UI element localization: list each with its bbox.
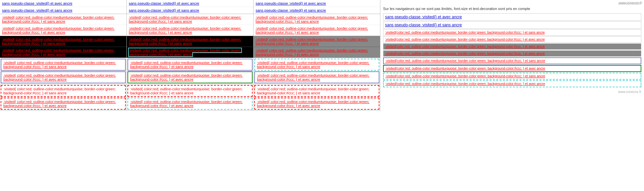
- col2-row3: :visited{ color:red; outline-color:mediu…: [127, 36, 253, 58]
- col3-row2-link-bottom[interactable]: :visited{ color:red; outline-color:mediu…: [256, 26, 368, 34]
- col1-row1-link-top[interactable]: sans pseudo-classe :visited{} et avec an…: [2, 1, 72, 5]
- col3-row3: :visited{ color:red; outline-color:mediu…: [254, 36, 380, 58]
- col1-row5: :visited{ color:red; outline-color:mediu…: [0, 85, 126, 111]
- col3-row4: :visited{ color:red; outline-color:mediu…: [254, 59, 380, 84]
- sidebar-row1: sans pseudo-classe :visited{} et avec an…: [383, 13, 641, 21]
- sidebar-item6-link[interactable]: :visited{color:red; outline-color:medium…: [385, 67, 545, 70]
- col3-row5-link-bottom[interactable]: :visited{ color:red; outline-color:mediu…: [257, 100, 369, 108]
- col3-row4-link-bottom[interactable]: :visited{ color:red; outline-color:mediu…: [257, 73, 369, 81]
- col2-row4-text-top: :visited{ color:red; outline-color:mediu…: [130, 61, 243, 69]
- sidebar-item-5: :visited{color:red; outline-color:medium…: [383, 57, 641, 64]
- watermark-top-right: www.zonecss.fr: [383, 2, 641, 5]
- col1-row3-link-bottom[interactable]: :visited{ color:red; outline-color:mediu…: [2, 48, 114, 56]
- col2-row5-link-bottom[interactable]: :visited{ color:red; outline-color:mediu…: [130, 100, 243, 108]
- col2-row5: :visited{ color:red; outline-color:mediu…: [127, 85, 253, 111]
- sidebar-item2-link[interactable]: :visited{color:red; outline-color:medium…: [385, 38, 545, 41]
- col1-row4-text-top: :visited{ color:red; outline-color:mediu…: [3, 61, 116, 69]
- col2-row2: :visited{ color:red; outline-color:mediu…: [127, 14, 253, 36]
- col3-row3-link-bottom[interactable]: :visited{ color:red; outline-color:mediu…: [256, 48, 368, 56]
- col2-row4: :visited{ color:red; outline-color:mediu…: [127, 59, 253, 84]
- col3-row2-text-top: :visited{ color:red; outline-color:mediu…: [256, 15, 368, 23]
- column-3: sans pseudo-classe :visited{} et avec an…: [254, 0, 380, 111]
- col3-row1-text-bottom: sans pseudo-classe :visited{} et sans an…: [256, 8, 326, 12]
- watermark-top: www.zonecss.fr: [619, 1, 642, 5]
- col3-row4-text-top: :visited{ color:red; outline-color:mediu…: [257, 61, 369, 69]
- sidebar-row2: sans pseudo-classe :visited{} et sans an…: [383, 21, 641, 29]
- col2-row3-text-top: :visited{ color:red; outline-color:mediu…: [129, 37, 241, 45]
- col3-row1-link-top[interactable]: sans pseudo-classe :visited{} et avec an…: [256, 1, 326, 5]
- sidebar-item-3: :visited{color:red; outline-color:medium…: [383, 43, 641, 50]
- col2-row1: sans pseudo-classe :visited{} et avec an…: [127, 0, 253, 14]
- sidebar-link1[interactable]: sans pseudo-classe :visited{} et avec an…: [385, 15, 462, 19]
- column-2: sans pseudo-classe :visited{} et avec an…: [127, 0, 254, 111]
- sidebar-item-8: :visited{color:red; outline-color:medium…: [383, 80, 641, 87]
- col2-row1-link-top[interactable]: sans pseudo-classe :visited{} et avec an…: [129, 1, 199, 5]
- col1-row3: :visited{ color:red; outline-color:mediu…: [0, 36, 126, 58]
- col1-row3-text-top: :visited{ color:red; outline-color:mediu…: [2, 37, 114, 45]
- col3-row5: :visited{ color:red; outline-color:mediu…: [254, 85, 380, 111]
- sidebar-item1-text: :visited{color:red; outline-color:medium…: [385, 31, 545, 34]
- col1-row4: :visited{ color:red; outline-color:mediu…: [0, 59, 126, 84]
- sidebar-item8-link[interactable]: :visited{color:red; outline-color:medium…: [385, 82, 545, 86]
- col1-row4-link-bottom[interactable]: :visited{ color:red; outline-color:mediu…: [3, 73, 116, 81]
- col1-row1: sans pseudo-classe :visited{} et avec an…: [0, 0, 126, 14]
- col2-row3-link-bottom[interactable]: :visited{ color:red; outline-color:mediu…: [129, 48, 241, 56]
- col3-row1: sans pseudo-classe :visited{} et avec an…: [254, 0, 380, 14]
- col1-row5-link-bottom[interactable]: :visited{ color:red; outline-color:mediu…: [3, 100, 116, 108]
- col2-row5-text-top: :visited{ color:red; outline-color:mediu…: [130, 87, 243, 95]
- sidebar-item-4: :visited{color:red; outline-color:medium…: [383, 50, 641, 57]
- col1-row2-text-top: :visited{ color:red; outline-color:mediu…: [2, 15, 114, 23]
- col2-row2-link-bottom[interactable]: :visited{ color:red; outline-color:mediu…: [129, 26, 241, 34]
- sidebar-item-1: :visited{color:red; outline-color:medium…: [383, 29, 641, 36]
- col2-row1-text-bottom: sans pseudo-classe :visited{} et sans an…: [129, 8, 199, 12]
- sidebar-note: Sur les navigateurs qui ne sont pas limi…: [383, 7, 641, 11]
- col2-row2-text-top: :visited{ color:red; outline-color:mediu…: [129, 15, 241, 23]
- col3-row3-text-top: :visited{ color:red; outline-color:mediu…: [256, 37, 368, 45]
- main-columns: sans pseudo-classe :visited{} et avec an…: [0, 0, 380, 111]
- watermark-bottom: www.zonecss.fr: [383, 90, 641, 94]
- sidebar-item3-text: :visited{color:red; outline-color:medium…: [385, 45, 545, 48]
- sidebar-item-2: :visited{color:red; outline-color:medium…: [383, 36, 641, 43]
- sidebar-item-7: :visited{color:red; outline-color:medium…: [383, 73, 641, 80]
- col1-row2: :visited{ color:red; outline-color:mediu…: [0, 14, 126, 36]
- col2-row4-link-bottom[interactable]: :visited{ color:red; outline-color:mediu…: [130, 73, 243, 81]
- col3-row2: :visited{ color:red; outline-color:mediu…: [254, 14, 380, 36]
- sidebar-item5-text: :visited{color:red; outline-color:medium…: [385, 59, 545, 63]
- col1-row5-text-top: :visited{ color:red; outline-color:mediu…: [3, 87, 116, 95]
- sidebar-item-6: :visited{color:red; outline-color:medium…: [383, 65, 641, 72]
- col1-row2-link-bottom[interactable]: :visited{ color:red; outline-color:mediu…: [2, 26, 114, 34]
- sidebar-item4-link[interactable]: :visited{color:red; outline-color:medium…: [385, 52, 545, 55]
- column-1: sans pseudo-classe :visited{} et avec an…: [0, 0, 127, 111]
- sidebar-link2: sans pseudo-classe :visited{} et sans an…: [385, 23, 462, 27]
- col1-row1-text-bottom: sans pseudo-classe :visited{} et sans an…: [2, 8, 72, 12]
- sidebar-item7-text: :visited{color:red; outline-color:medium…: [385, 74, 545, 78]
- col3-row5-text-top: :visited{ color:red; outline-color:mediu…: [257, 87, 369, 95]
- sidebar: www.zonecss.fr Sur les navigateurs qui n…: [380, 0, 644, 111]
